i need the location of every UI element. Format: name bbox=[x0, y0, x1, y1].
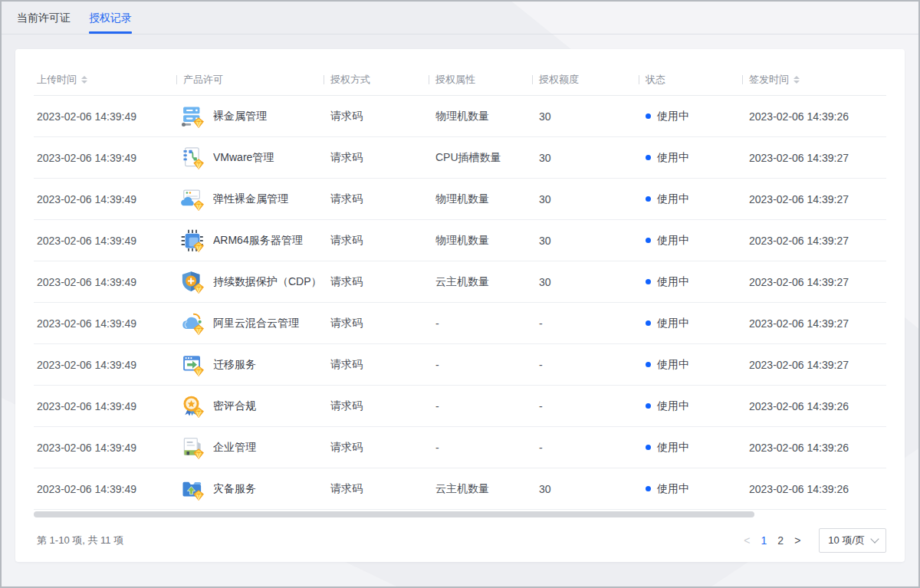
auth-attribute-cell: 云主机数量 bbox=[429, 482, 532, 496]
status-dot-icon bbox=[646, 445, 651, 450]
status-cell: 使用中 bbox=[639, 234, 742, 248]
auth-quota-cell: - bbox=[532, 400, 639, 412]
auth-quota-cell: - bbox=[532, 359, 639, 371]
auth-quota-cell: 30 bbox=[532, 193, 639, 205]
table-row: 2023-02-06 14:39:49灾备服务请求码云主机数量30使用中2023… bbox=[34, 468, 886, 510]
cdp-shield-icon bbox=[181, 271, 204, 294]
product-name: 持续数据保护（CDP） bbox=[213, 275, 322, 289]
status-cell: 使用中 bbox=[639, 441, 742, 455]
page-size-select[interactable]: 10 项/页 bbox=[819, 528, 886, 553]
product-name: ARM64服务器管理 bbox=[213, 234, 303, 248]
upload-time-cell: 2023-02-06 14:39:49 bbox=[34, 483, 176, 495]
scrollbar-thumb[interactable] bbox=[34, 511, 754, 517]
status-cell: 使用中 bbox=[639, 275, 742, 289]
table-body: 2023-02-06 14:39:49裸金属管理请求码物理机数量30使用中202… bbox=[34, 96, 886, 510]
next-page-button[interactable]: > bbox=[794, 535, 800, 546]
table-row: 2023-02-06 14:39:49ARM64服务器管理请求码物理机数量30使… bbox=[34, 220, 886, 261]
status-cell: 使用中 bbox=[639, 358, 742, 372]
auth-attribute-cell: CPU插槽数量 bbox=[429, 151, 532, 165]
horizontal-scrollbar bbox=[34, 511, 886, 517]
page-button-2[interactable]: 2 bbox=[777, 534, 784, 547]
table-row: 2023-02-06 14:39:49企业管理请求码--使用中2023-02-0… bbox=[34, 427, 886, 468]
status-dot-icon bbox=[646, 320, 651, 326]
status-cell: 使用中 bbox=[639, 482, 742, 496]
status-dot-icon bbox=[646, 279, 651, 284]
table-row: 2023-02-06 14:39:49持续数据保护（CDP）请求码云主机数量30… bbox=[34, 261, 886, 303]
product-cell: 密评合规 bbox=[176, 395, 324, 418]
tab-current-license[interactable]: 当前许可证 bbox=[17, 2, 71, 34]
auth-method-cell: 请求码 bbox=[324, 151, 429, 165]
pagination-bar: 第 1-10 项, 共 11 项 < 12 > 10 项/页 bbox=[34, 528, 886, 553]
page-button-1[interactable]: 1 bbox=[761, 534, 767, 547]
bare-metal-server-icon bbox=[181, 105, 204, 128]
previous-page-button[interactable]: < bbox=[744, 535, 750, 546]
sort-icon[interactable] bbox=[794, 76, 800, 84]
product-cell: 迁移服务 bbox=[176, 353, 324, 376]
product-name: 迁移服务 bbox=[213, 358, 256, 372]
auth-attribute-cell: - bbox=[429, 359, 532, 371]
tab-bar: 当前许可证授权记录 bbox=[2, 2, 918, 34]
status-label: 使用中 bbox=[657, 358, 689, 372]
product-name: 裸金属管理 bbox=[213, 110, 267, 123]
issue-time-cell: 2023-02-06 14:39:26 bbox=[742, 442, 886, 454]
status-label: 使用中 bbox=[657, 151, 689, 165]
sort-icon[interactable] bbox=[81, 76, 87, 84]
upload-time-cell: 2023-02-06 14:39:49 bbox=[34, 235, 176, 247]
upload-time-cell: 2023-02-06 14:39:49 bbox=[34, 152, 176, 164]
page-size-label: 10 项/页 bbox=[828, 534, 865, 547]
upload-time-cell: 2023-02-06 14:39:49 bbox=[34, 276, 176, 288]
table-row: 2023-02-06 14:39:49阿里云混合云管理请求码--使用中2023-… bbox=[34, 303, 886, 344]
auth-quota-cell: - bbox=[532, 317, 639, 330]
product-name: VMware管理 bbox=[213, 151, 274, 165]
enterprise-management-icon bbox=[181, 436, 204, 459]
issue-time-cell: 2023-02-06 14:39:27 bbox=[742, 193, 886, 205]
upload-time-cell: 2023-02-06 14:39:49 bbox=[34, 110, 176, 123]
column-label: 产品许可 bbox=[183, 73, 223, 87]
issue-time-cell: 2023-02-06 14:39:26 bbox=[742, 400, 886, 412]
status-label: 使用中 bbox=[657, 275, 689, 289]
status-cell: 使用中 bbox=[639, 192, 742, 206]
auth-quota-cell: 30 bbox=[532, 152, 639, 164]
product-cell: 裸金属管理 bbox=[176, 105, 324, 128]
status-label: 使用中 bbox=[657, 441, 689, 455]
auth-method-cell: 请求码 bbox=[324, 317, 429, 330]
auth-method-cell: 请求码 bbox=[324, 482, 429, 496]
issue-time-cell: 2023-02-06 14:39:26 bbox=[742, 110, 886, 123]
column-header: 产品许可 bbox=[176, 64, 324, 95]
elastic-bare-metal-icon bbox=[181, 188, 204, 211]
status-cell: 使用中 bbox=[639, 110, 742, 123]
status-dot-icon bbox=[646, 238, 651, 243]
chevron-down-icon bbox=[870, 534, 879, 543]
authorization-records-card: 上传时间产品许可授权方式授权属性授权额度状态签发时间 2023-02-06 14… bbox=[15, 49, 905, 562]
status-cell: 使用中 bbox=[639, 151, 742, 165]
issue-time-cell: 2023-02-06 14:39:27 bbox=[742, 152, 886, 164]
upload-time-cell: 2023-02-06 14:39:49 bbox=[34, 442, 176, 454]
tab-authorization-records[interactable]: 授权记录 bbox=[89, 2, 132, 34]
column-header[interactable]: 签发时间 bbox=[742, 64, 886, 95]
auth-quota-cell: - bbox=[532, 442, 639, 454]
disaster-recovery-folder-icon bbox=[181, 478, 204, 501]
auth-attribute-cell: 物理机数量 bbox=[429, 110, 532, 123]
status-dot-icon bbox=[646, 486, 651, 491]
status-label: 使用中 bbox=[657, 317, 689, 330]
pager: < 12 > 10 项/页 bbox=[744, 528, 886, 553]
column-label: 签发时间 bbox=[749, 73, 789, 87]
status-cell: 使用中 bbox=[639, 399, 742, 413]
auth-attribute-cell: 云主机数量 bbox=[429, 275, 532, 289]
auth-attribute-cell: - bbox=[429, 317, 532, 330]
column-header[interactable]: 上传时间 bbox=[34, 64, 176, 95]
status-dot-icon bbox=[646, 403, 651, 409]
product-cell: 灾备服务 bbox=[176, 478, 324, 501]
issue-time-cell: 2023-02-06 14:39:27 bbox=[742, 359, 886, 371]
table-row: 2023-02-06 14:39:49VMware管理请求码CPU插槽数量30使… bbox=[34, 137, 886, 179]
auth-attribute-cell: 物理机数量 bbox=[429, 192, 532, 206]
column-label: 状态 bbox=[646, 73, 665, 87]
column-header: 授权方式 bbox=[324, 64, 429, 95]
arm64-server-chip-icon bbox=[181, 229, 204, 252]
product-cell: 企业管理 bbox=[176, 436, 324, 459]
issue-time-cell: 2023-02-06 14:39:27 bbox=[742, 235, 886, 247]
license-management-page: 当前许可证授权记录 上传时间产品许可授权方式授权属性授权额度状态签发时间 202… bbox=[0, 0, 920, 588]
auth-attribute-cell: - bbox=[429, 400, 532, 412]
table-row: 2023-02-06 14:39:49裸金属管理请求码物理机数量30使用中202… bbox=[34, 96, 886, 137]
issue-time-cell: 2023-02-06 14:39:27 bbox=[742, 317, 886, 330]
